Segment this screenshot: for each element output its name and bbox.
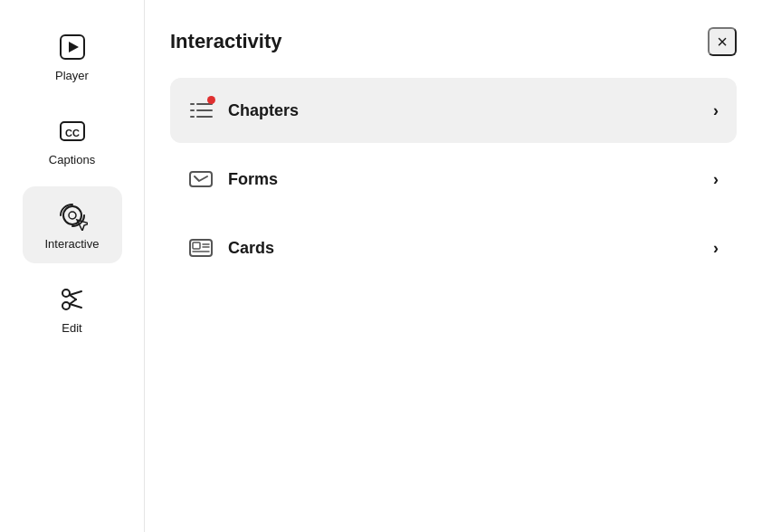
chapters-chevron: › — [713, 101, 719, 120]
sidebar-item-captions-label: Captions — [49, 153, 95, 166]
forms-label: Forms — [228, 170, 278, 189]
svg-line-9 — [70, 304, 81, 308]
forms-icon — [188, 166, 214, 192]
svg-point-5 — [69, 212, 76, 219]
chapters-left: Chapters — [188, 98, 299, 123]
menu-item-chapters[interactable]: Chapters › — [170, 78, 737, 143]
svg-line-8 — [70, 291, 81, 295]
sidebar-item-edit[interactable]: Edit — [23, 271, 122, 347]
sidebar-item-player[interactable]: Player — [23, 18, 122, 95]
sidebar-item-captions[interactable]: CC Captions — [23, 102, 122, 179]
player-icon — [56, 31, 89, 63]
svg-line-11 — [70, 299, 76, 304]
sidebar-item-player-label: Player — [55, 69, 89, 82]
chapters-icon — [188, 98, 214, 123]
menu-item-cards[interactable]: Cards › — [170, 215, 737, 280]
close-button[interactable]: × — [708, 27, 737, 56]
menu-list: Chapters › Forms › — [170, 78, 737, 284]
svg-marker-1 — [69, 42, 79, 52]
menu-item-forms[interactable]: Forms › — [170, 147, 737, 212]
forms-left: Forms — [188, 166, 278, 192]
interactive-icon — [56, 199, 89, 232]
svg-text:CC: CC — [65, 128, 80, 138]
cards-left: Cards — [188, 235, 274, 261]
captions-icon: CC — [56, 115, 89, 147]
svg-rect-20 — [193, 242, 200, 249]
panel-header: Interactivity × — [170, 27, 737, 56]
svg-point-4 — [63, 206, 81, 224]
sidebar-item-edit-label: Edit — [62, 321, 81, 335]
sidebar-item-interactive[interactable]: Interactive — [23, 186, 122, 263]
main-panel: Interactivity × Chapters — [145, 0, 762, 532]
chapters-label: Chapters — [228, 101, 299, 120]
chapters-notification-dot — [207, 96, 215, 104]
svg-line-10 — [70, 295, 76, 299]
panel-title: Interactivity — [170, 30, 282, 53]
cards-icon — [188, 235, 214, 261]
cards-label: Cards — [228, 239, 274, 258]
edit-icon — [56, 283, 89, 316]
svg-point-6 — [62, 290, 70, 297]
svg-point-7 — [62, 302, 70, 309]
sidebar-item-interactive-label: Interactive — [45, 237, 100, 251]
forms-chevron: › — [713, 170, 719, 189]
sidebar: Player CC Captions Interactive — [0, 0, 145, 532]
cards-chevron: › — [713, 239, 719, 258]
